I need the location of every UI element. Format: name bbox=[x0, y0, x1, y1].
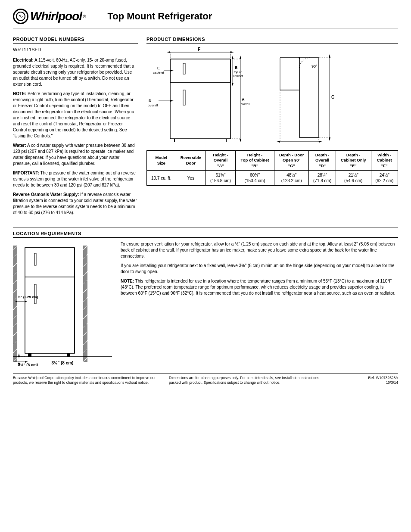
right-column: PRODUCT DIMENSIONS bbox=[146, 37, 398, 219]
location-section-title: LOCATION REQUIREMENTS bbox=[13, 231, 398, 238]
important-label: IMPORTANT: bbox=[13, 171, 39, 175]
water-section: Water: A cold water supply with water pr… bbox=[13, 143, 138, 167]
svg-marker-15 bbox=[170, 70, 174, 72]
svg-text:overall: overall bbox=[241, 103, 250, 106]
svg-marker-28 bbox=[240, 139, 241, 142]
col-header-height-overall: Height -Overall"A" bbox=[206, 151, 235, 171]
footer-ref: Ref. W10732528A bbox=[340, 376, 398, 380]
page-header: Whirlpool ® Top Mount Refrigerator bbox=[13, 9, 398, 29]
col-header-depth-door: Depth - DoorOpen 90°"C" bbox=[274, 151, 309, 171]
svg-point-39 bbox=[299, 57, 300, 59]
location-diagram: ½" (1.25 cm) bbox=[13, 241, 112, 365]
note-text: Before performing any type of installati… bbox=[13, 91, 134, 138]
left-column: PRODUCT MODEL NUMBERS WRT111SFD Electric… bbox=[13, 37, 138, 219]
svg-rect-73 bbox=[25, 277, 75, 353]
ventilation-text: To ensure proper ventilation for your re… bbox=[121, 241, 398, 259]
svg-rect-76 bbox=[28, 353, 31, 357]
svg-marker-27 bbox=[240, 56, 241, 59]
svg-rect-5 bbox=[183, 90, 185, 105]
location-section: LOCATION REQUIREMENTS bbox=[13, 227, 398, 365]
svg-text:90°: 90° bbox=[311, 64, 318, 68]
note-section: NOTE: Before performing any type of inst… bbox=[13, 91, 138, 139]
footer-center-text: Dimensions are for planning purposes onl… bbox=[169, 376, 330, 385]
col-header-model: ModelSize bbox=[147, 151, 176, 171]
svg-text:overall: overall bbox=[148, 103, 158, 107]
svg-text:cabinet: cabinet bbox=[233, 75, 243, 78]
cell-height-top-cabinet: 60⅜"(153.4 cm) bbox=[235, 171, 274, 186]
svg-text:½" (1.25 cm): ½" (1.25 cm) bbox=[18, 295, 38, 299]
svg-marker-47 bbox=[329, 54, 330, 58]
svg-rect-72 bbox=[25, 248, 75, 277]
note-label: NOTE: bbox=[13, 91, 26, 96]
door-open-diagram: 90° C bbox=[274, 47, 338, 146]
svg-text:cabinet: cabinet bbox=[153, 71, 165, 75]
svg-text:E: E bbox=[157, 66, 160, 70]
col-header-width: Width -Cabinet"F" bbox=[371, 151, 398, 171]
svg-rect-2 bbox=[170, 59, 230, 83]
svg-rect-71 bbox=[25, 248, 75, 353]
brand-name: Whirlpool bbox=[30, 9, 82, 23]
svg-rect-4 bbox=[183, 63, 185, 74]
svg-text:C: C bbox=[331, 95, 334, 100]
water-text: A cold water supply with water pressure … bbox=[13, 143, 135, 166]
svg-marker-48 bbox=[329, 137, 330, 141]
svg-rect-78 bbox=[83, 246, 87, 362]
electrical-section: Electrical: A 115-volt, 60-Hz, AC-only, … bbox=[13, 57, 138, 87]
svg-marker-22 bbox=[232, 83, 234, 86]
location-note-label: NOTE: bbox=[121, 279, 134, 283]
svg-marker-8 bbox=[230, 51, 234, 53]
table-row: 10.7 cu. ft. Yes 61¾"(156.8 cm) 60⅜"(153… bbox=[147, 171, 398, 186]
cell-depth-door-open: 48½"(123.2 cm) bbox=[274, 171, 309, 186]
reverse-osmosis-label: Reverse Osmosis Water Supply: bbox=[13, 192, 79, 197]
model-number: WRT111SFD bbox=[13, 47, 138, 52]
svg-marker-42 bbox=[277, 141, 280, 143]
svg-rect-77 bbox=[67, 353, 70, 357]
svg-marker-7 bbox=[167, 51, 170, 53]
location-note-text: This refrigerator is intended for use in… bbox=[121, 279, 395, 296]
footer-left-text: Because Whirlpool Corporation policy inc… bbox=[13, 376, 159, 385]
fridge-diagram: F E cabinet D overall bbox=[146, 47, 267, 146]
col-header-depth-cabinet: Depth -Cabinet Only"E" bbox=[336, 151, 371, 171]
col-header-reversible: ReversibleDoor bbox=[176, 151, 206, 171]
svg-text:3⅛" (8 cm): 3⅛" (8 cm) bbox=[18, 363, 38, 366]
page-footer: Because Whirlpool Corporation policy inc… bbox=[13, 373, 398, 385]
svg-rect-35 bbox=[299, 58, 319, 137]
cell-depth-cabinet-only: 21½"(54.6 cm) bbox=[336, 171, 371, 186]
cell-height-overall: 61¾"(156.8 cm) bbox=[206, 171, 235, 186]
diagram-container: F E cabinet D overall bbox=[146, 47, 398, 146]
whirlpool-logo-icon bbox=[13, 9, 28, 24]
cell-width-cabinet: 24½"(62.2 cm) bbox=[371, 171, 398, 186]
product-model-section-title: PRODUCT MODEL NUMBERS bbox=[13, 37, 138, 44]
electrical-label: Electrical: bbox=[13, 58, 34, 62]
cell-depth-overall: 28¼"(71.8 cm) bbox=[309, 171, 336, 186]
footer-right: Ref. W10732528A 10/3/14 bbox=[340, 376, 398, 385]
fixed-wall-text: If you are installing your refrigerator … bbox=[121, 263, 398, 275]
cell-model-size: 10.7 cu. ft. bbox=[147, 171, 176, 186]
reverse-osmosis-section: Reverse Osmosis Water Supply: If a rever… bbox=[13, 192, 138, 216]
svg-marker-43 bbox=[319, 141, 322, 143]
svg-marker-100 bbox=[18, 353, 20, 357]
location-text-area: To ensure proper ventilation for your re… bbox=[121, 241, 398, 365]
svg-rect-75 bbox=[34, 284, 36, 304]
col-header-depth-overall: Depth -Overall"D" bbox=[309, 151, 336, 171]
svg-text:D: D bbox=[149, 99, 152, 103]
cell-reversible-door: Yes bbox=[176, 171, 206, 186]
svg-marker-21 bbox=[232, 56, 234, 59]
svg-rect-74 bbox=[34, 253, 36, 265]
product-dimensions-title: PRODUCT DIMENSIONS bbox=[146, 37, 398, 44]
svg-rect-52 bbox=[13, 246, 17, 362]
location-content: ½" (1.25 cm) bbox=[13, 241, 398, 365]
svg-marker-19 bbox=[170, 100, 174, 102]
svg-text:B: B bbox=[235, 65, 238, 70]
svg-text:F: F bbox=[198, 47, 200, 52]
location-note: NOTE: This refrigerator is intended for … bbox=[121, 278, 398, 296]
svg-text:A: A bbox=[242, 97, 245, 102]
col-header-height-top: Height -Top of Cabinet"B" bbox=[235, 151, 274, 171]
svg-rect-1 bbox=[170, 59, 230, 139]
logo-area: Whirlpool ® bbox=[13, 9, 86, 24]
footer-date: 10/3/14 bbox=[340, 380, 398, 385]
main-content: PRODUCT MODEL NUMBERS WRT111SFD Electric… bbox=[13, 37, 398, 219]
important-section: IMPORTANT: The pressure of the water com… bbox=[13, 170, 138, 188]
water-label: Water: bbox=[13, 143, 26, 148]
page-title: Top Mount Refrigerator bbox=[107, 11, 212, 22]
